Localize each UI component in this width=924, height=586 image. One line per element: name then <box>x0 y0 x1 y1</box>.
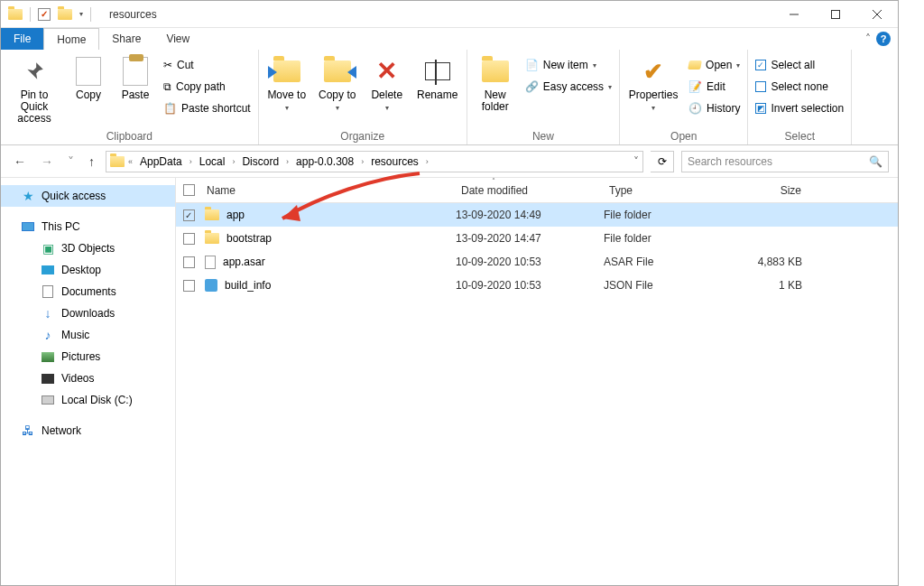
copy-button[interactable]: Copy <box>68 53 109 101</box>
sidebar-item-network[interactable]: 🖧Network <box>1 420 175 442</box>
maximize-button[interactable] <box>815 1 856 28</box>
help-icon[interactable]: ? <box>876 32 891 46</box>
select-all-checkbox[interactable] <box>176 184 201 196</box>
qat-properties-icon[interactable]: ✓ <box>38 8 51 21</box>
sidebar-item-local-disk[interactable]: Local Disk (C:) <box>1 389 175 411</box>
open-button[interactable]: Open ▾ <box>687 55 742 75</box>
paste-shortcut-button[interactable]: 📋Paste shortcut <box>162 98 253 118</box>
sidebar-item-pictures[interactable]: Pictures <box>1 346 175 367</box>
ribbon-group-new: New folder 📄New item ▾ 🔗Easy access ▾ Ne… <box>467 50 620 144</box>
history-button[interactable]: 🕘History <box>687 98 742 118</box>
copy-to-icon <box>324 60 351 82</box>
tab-share[interactable]: Share <box>99 28 153 50</box>
sidebar-item-videos[interactable]: Videos <box>1 367 175 389</box>
qat-customize-icon[interactable]: ▾ <box>79 10 83 18</box>
file-row[interactable]: build_info10-09-2020 10:53JSON File1 KB <box>176 274 898 297</box>
row-checkbox[interactable] <box>176 280 201 292</box>
column-header-size[interactable]: Size <box>730 184 811 197</box>
easy-access-label: Easy access <box>543 80 604 93</box>
chevron-right-icon[interactable]: › <box>230 157 236 166</box>
address-bar[interactable]: « AppData› Local› Discord› app-0.0.308› … <box>106 151 643 172</box>
file-row[interactable]: ✓app13-09-2020 14:49File folder <box>176 203 898 227</box>
tab-home[interactable]: Home <box>43 28 99 50</box>
file-row[interactable]: app.asar10-09-2020 10:53ASAR File4,883 K… <box>176 250 898 274</box>
sidebar-item-music[interactable]: ♪Music <box>1 324 175 346</box>
invert-selection-button[interactable]: ◩Invert selection <box>753 98 845 118</box>
sidebar-item-3d-objects[interactable]: ▣3D Objects <box>1 237 175 259</box>
breadcrumb-app-version[interactable]: app-0.0.308 <box>292 155 357 168</box>
tab-view[interactable]: View <box>153 28 202 50</box>
qat-folder-icon[interactable] <box>58 9 72 20</box>
new-item-icon: 📄 <box>525 59 539 71</box>
cut-label: Cut <box>177 59 194 71</box>
tab-file[interactable]: File <box>1 28 43 50</box>
cell-type: File folder <box>604 232 730 245</box>
new-folder-icon <box>482 60 509 82</box>
column-header-type[interactable]: Type <box>604 184 730 197</box>
properties-button[interactable]: ✔ Properties▾ <box>625 53 681 113</box>
pin-to-quick-access-button[interactable]: Pin to Quick access <box>6 53 62 126</box>
easy-access-icon: 🔗 <box>525 80 539 93</box>
new-folder-button[interactable]: New folder <box>473 53 518 113</box>
sidebar-item-documents[interactable]: Documents <box>1 281 175 302</box>
chevron-right-icon[interactable]: › <box>359 157 365 166</box>
chevron-right-icon[interactable]: › <box>424 157 430 166</box>
title-bar: ✓ ▾ resources <box>1 1 898 28</box>
cell-date: 13-09-2020 14:49 <box>456 209 604 221</box>
breadcrumb-discord[interactable]: Discord <box>238 155 282 168</box>
select-none-icon <box>755 81 766 92</box>
move-to-label: Move to <box>267 89 306 101</box>
new-item-button[interactable]: 📄New item ▾ <box>523 55 614 75</box>
file-row[interactable]: bootstrap13-09-2020 14:47File folder <box>176 227 898 250</box>
cell-name: app.asar <box>201 256 456 269</box>
breadcrumb-local[interactable]: Local <box>196 155 229 168</box>
sidebar-item-desktop[interactable]: Desktop <box>1 259 175 281</box>
chevron-right-icon[interactable]: › <box>188 157 194 166</box>
cut-button[interactable]: ✂Cut <box>162 55 253 75</box>
easy-access-button[interactable]: 🔗Easy access ▾ <box>523 77 614 97</box>
rename-icon <box>425 62 450 80</box>
breadcrumb-resources[interactable]: resources <box>367 155 422 168</box>
column-header-name[interactable]: Name <box>201 184 456 197</box>
ribbon: Pin to Quick access Copy Paste ✂Cut ⧉Cop… <box>1 50 898 145</box>
properties-icon: ✔ <box>639 57 668 86</box>
back-button[interactable]: ← <box>10 154 30 169</box>
select-none-button[interactable]: Select none <box>753 77 845 97</box>
row-checkbox[interactable] <box>176 256 201 268</box>
copy-path-button[interactable]: ⧉Copy path <box>162 77 253 97</box>
move-to-button[interactable]: Move to▾ <box>264 53 310 113</box>
navigation-pane: ★ Quick access This PC ▣3D Objects Deskt… <box>1 178 176 585</box>
paste-label: Paste <box>122 89 150 101</box>
select-all-button[interactable]: ✓Select all <box>753 55 845 75</box>
refresh-button[interactable]: ⟳ <box>651 151 674 172</box>
column-header-date[interactable]: Date modified <box>456 184 604 197</box>
file-name: app.asar <box>223 256 265 268</box>
breadcrumb-overflow[interactable]: « <box>126 157 134 166</box>
breadcrumb-appdata[interactable]: AppData <box>136 155 186 168</box>
scissors-icon: ✂ <box>163 59 172 71</box>
copy-to-button[interactable]: Copy to▾ <box>315 53 360 113</box>
column-label: Type <box>609 184 633 197</box>
app-icon <box>8 9 23 20</box>
forward-button[interactable]: → <box>37 154 57 169</box>
rename-button[interactable]: Rename <box>414 53 461 101</box>
ribbon-collapse-icon[interactable]: ˄ <box>865 33 871 45</box>
folder-icon <box>205 209 219 220</box>
sidebar-item-downloads[interactable]: ↓Downloads <box>1 302 175 324</box>
row-checkbox[interactable] <box>176 233 201 245</box>
address-dropdown-icon[interactable]: ˅ <box>633 155 639 168</box>
close-button[interactable] <box>856 1 898 28</box>
row-checkbox[interactable]: ✓ <box>176 209 201 221</box>
chevron-right-icon[interactable]: › <box>284 157 291 166</box>
sidebar-item-label: Pictures <box>61 350 100 363</box>
paste-button[interactable]: Paste <box>115 53 156 101</box>
recent-locations-button[interactable]: ˅ <box>64 154 78 169</box>
edit-button[interactable]: 📝Edit <box>687 77 742 97</box>
delete-button[interactable]: ✕ Delete▾ <box>365 53 409 113</box>
sidebar-item-this-pc[interactable]: This PC <box>1 216 175 237</box>
select-all-label: Select all <box>771 59 815 71</box>
up-button[interactable]: ↑ <box>85 154 98 169</box>
search-input[interactable]: Search resources 🔍 <box>681 151 889 172</box>
sidebar-item-quick-access[interactable]: ★ Quick access <box>1 185 175 207</box>
minimize-button[interactable] <box>773 1 815 28</box>
